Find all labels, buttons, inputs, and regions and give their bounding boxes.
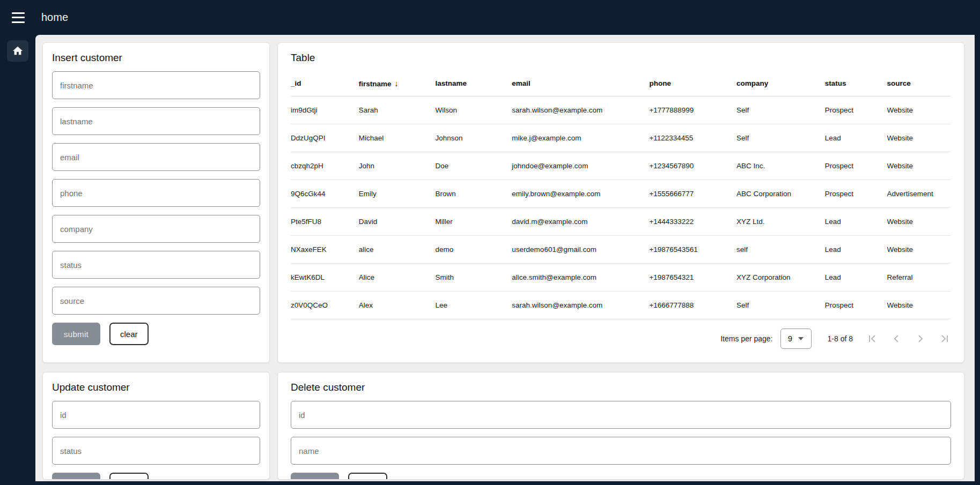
- cell-lastname: Doe: [436, 152, 512, 180]
- items-per-page-value: 9: [788, 334, 792, 343]
- menu-icon[interactable]: [12, 12, 26, 23]
- customers-table: _id firstname↓ lastname email phone comp…: [291, 71, 951, 319]
- cell-firstname: John: [359, 152, 436, 180]
- home-icon: [12, 45, 24, 57]
- update-clear-button[interactable]: clear: [109, 473, 149, 480]
- cell-phone: +19876543561: [649, 235, 736, 263]
- cell-phone: +1234567890: [649, 152, 736, 180]
- insert-clear-button[interactable]: clear: [109, 323, 149, 345]
- source-input[interactable]: [52, 287, 260, 315]
- cell-status: Prospect: [825, 96, 887, 124]
- table-row: z0V0QCeOAlexLeesarah.wilson@example.com+…: [291, 291, 951, 319]
- cell-lastname: Smith: [436, 263, 512, 291]
- cell-company: XYZ Ltd.: [736, 207, 825, 235]
- sidebar: [0, 35, 35, 481]
- cell-phone: +1666777888: [649, 291, 736, 319]
- cell-id: kEwtK6DL: [291, 263, 359, 291]
- company-input[interactable]: [52, 215, 260, 243]
- column-header-company[interactable]: company: [736, 71, 825, 96]
- status-input[interactable]: [52, 251, 260, 279]
- cell-id: Pte5fFU8: [291, 207, 359, 235]
- chevron-right-icon: [914, 332, 927, 345]
- email-input[interactable]: [52, 143, 260, 171]
- sort-desc-icon: ↓: [395, 79, 399, 88]
- first-page-button[interactable]: [866, 332, 879, 345]
- cell-lastname: Miller: [436, 207, 512, 235]
- cell-company: ABC Corporation: [736, 180, 825, 207]
- cell-email: alice.smith@example.com: [512, 263, 649, 291]
- previous-page-button[interactable]: [890, 332, 903, 345]
- update-status-input[interactable]: [52, 437, 260, 465]
- table-header-row: _id firstname↓ lastname email phone comp…: [291, 71, 951, 96]
- column-header-firstname[interactable]: firstname↓: [359, 71, 436, 96]
- table-row: Pte5fFU8DavidMillerdavid.m@example.com+1…: [291, 207, 951, 235]
- cell-source: Website: [887, 207, 951, 235]
- column-header-lastname[interactable]: lastname: [436, 71, 512, 96]
- column-header-phone[interactable]: phone: [649, 71, 736, 96]
- cell-email: sarah.wilson@example.com: [512, 96, 649, 124]
- items-per-page-select[interactable]: 9: [780, 329, 812, 349]
- cell-firstname: Alice: [359, 263, 436, 291]
- cell-id: im9dGtji: [291, 96, 359, 124]
- cell-company: self: [736, 235, 825, 263]
- delete-customer-card: Delete customer submit clear: [277, 372, 964, 480]
- update-id-input[interactable]: [52, 401, 260, 429]
- cell-email: userdemo601@gmail.com: [512, 235, 649, 263]
- firstname-input[interactable]: [52, 71, 260, 99]
- cell-firstname: Alex: [359, 291, 436, 319]
- table-paginator: Items per page: 9 1-8 of 8: [291, 324, 951, 354]
- cell-source: Website: [887, 152, 951, 180]
- column-header-id[interactable]: _id: [291, 71, 359, 96]
- table-card-title: Table: [291, 51, 951, 64]
- insert-submit-button[interactable]: submit: [52, 323, 100, 345]
- cell-phone: +1555666777: [649, 180, 736, 207]
- cell-status: Lead: [825, 207, 887, 235]
- table-row: cbzqh2pHJohnDoejohndoe@example.com+12345…: [291, 152, 951, 180]
- update-submit-button[interactable]: submit: [52, 473, 100, 480]
- update-customer-card: Update customer submit clear: [42, 372, 270, 480]
- column-header-status[interactable]: status: [825, 71, 887, 96]
- delete-submit-button[interactable]: submit: [291, 473, 339, 480]
- cell-email: emily.brown@example.com: [512, 180, 649, 207]
- table-row: NXaxeFEKalicedemouserdemo601@gmail.com+1…: [291, 235, 951, 263]
- last-page-button[interactable]: [938, 332, 951, 345]
- cell-lastname: demo: [436, 235, 512, 263]
- select-caret-icon: [798, 337, 804, 340]
- cell-id: 9Q6cGk44: [291, 180, 359, 207]
- cell-id: DdzUgQPI: [291, 124, 359, 152]
- delete-clear-button[interactable]: clear: [348, 473, 387, 480]
- cell-email: sarah.wilson@example.com: [512, 291, 649, 319]
- page-title: home: [41, 11, 68, 24]
- cell-source: Website: [887, 235, 951, 263]
- cell-status: Prospect: [825, 291, 887, 319]
- table-card: Table _id firstname↓ lastname email: [277, 42, 964, 363]
- table-row: 9Q6cGk44EmilyBrownemily.brown@example.co…: [291, 180, 951, 207]
- chevron-left-icon: [890, 332, 903, 345]
- sidebar-item-home[interactable]: [7, 40, 28, 62]
- cell-phone: +1777888999: [649, 96, 736, 124]
- cell-id: z0V0QCeO: [291, 291, 359, 319]
- column-header-email[interactable]: email: [512, 71, 649, 96]
- cell-status: Lead: [825, 124, 887, 152]
- items-per-page-label: Items per page:: [720, 334, 772, 343]
- cell-lastname: Johnson: [436, 124, 512, 152]
- cell-status: Prospect: [825, 180, 887, 207]
- cell-email: johndoe@example.com: [512, 152, 649, 180]
- cell-status: Prospect: [825, 152, 887, 180]
- cell-status: Lead: [825, 235, 887, 263]
- phone-input[interactable]: [52, 179, 260, 207]
- cell-firstname: alice: [359, 235, 436, 263]
- cell-source: Website: [887, 96, 951, 124]
- delete-name-input[interactable]: [291, 437, 951, 465]
- table-row: im9dGtjiSarahWilsonsarah.wilson@example.…: [291, 96, 951, 124]
- cell-phone: +1444333222: [649, 207, 736, 235]
- cell-source: Referral: [887, 263, 951, 291]
- insert-customer-card: Insert customer submit clear: [42, 42, 270, 363]
- cell-id: NXaxeFEK: [291, 235, 359, 263]
- last-page-icon: [938, 332, 951, 345]
- lastname-input[interactable]: [52, 107, 260, 135]
- next-page-button[interactable]: [914, 332, 927, 345]
- delete-id-input[interactable]: [291, 401, 951, 429]
- cell-company: XYZ Corporation: [736, 263, 825, 291]
- column-header-source[interactable]: source: [887, 71, 951, 96]
